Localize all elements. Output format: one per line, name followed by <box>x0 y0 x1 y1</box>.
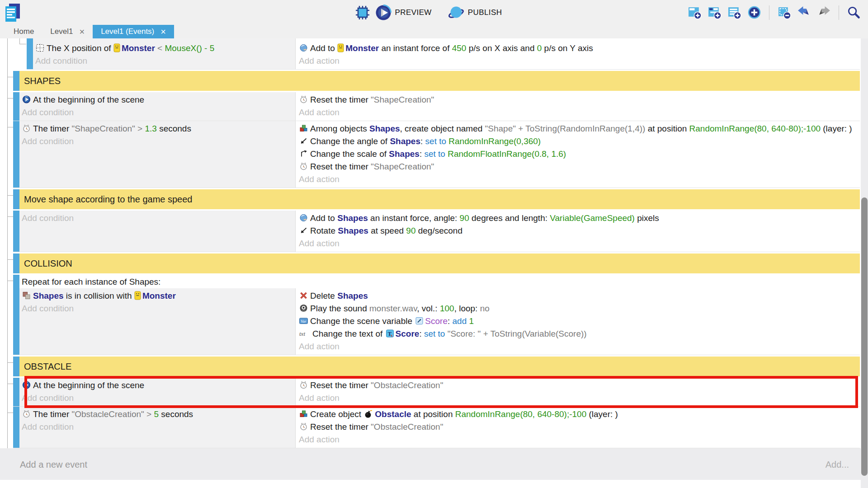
action-line[interactable]: Among objects Shapes, create object name… <box>299 122 856 135</box>
condition-line[interactable]: At the beginning of the scene <box>22 94 292 106</box>
tab-home[interactable]: Home <box>5 25 42 38</box>
group-header-row: COLLISION <box>13 253 860 273</box>
event-body: The X position of Monster < MouseX() - 5… <box>33 38 860 69</box>
close-icon[interactable]: × <box>79 27 85 36</box>
condition-line[interactable]: Shapes is in collision with Monster <box>22 290 292 302</box>
tab-label: Level1 <box>50 27 73 36</box>
add-event-button[interactable] <box>688 5 702 19</box>
event-columns: At the beginning of the sceneAdd conditi… <box>19 92 860 121</box>
preview-button[interactable]: PREVIEW <box>375 5 443 21</box>
sound-icon <box>299 304 308 313</box>
add-action-link[interactable]: Add action <box>299 173 856 186</box>
debug-icon[interactable] <box>354 5 371 21</box>
toolbar-divider <box>769 5 769 20</box>
group-header[interactable]: COLLISION <box>19 253 860 273</box>
event-color-bar <box>13 407 19 448</box>
add-condition-link[interactable]: Add condition <box>22 106 292 119</box>
action-line[interactable]: Change the angle of Shapes: set to Rando… <box>299 135 856 148</box>
actions-cell: Add to Monster an instant force of 450 p… <box>295 38 860 69</box>
vertical-scrollbar-track <box>861 38 868 488</box>
add-subevent-button[interactable] <box>708 5 722 19</box>
add-comment-icon <box>727 5 741 19</box>
add-condition-link[interactable]: Add condition <box>22 135 292 148</box>
add-circle-button[interactable] <box>747 5 761 19</box>
var-icon: Var <box>299 316 308 325</box>
action-line[interactable]: Delete Shapes <box>299 290 856 302</box>
actions-cell: Reset the timer "ShapeCreation"Add actio… <box>295 92 860 121</box>
tab-level1[interactable]: Level1× <box>42 25 93 38</box>
add-action-link[interactable]: Add action <box>299 106 856 119</box>
close-icon[interactable]: × <box>160 27 166 36</box>
redo-button[interactable] <box>817 5 831 19</box>
group-header[interactable]: Move shape according to the game speed <box>19 189 860 209</box>
action-line[interactable]: txtChange the text of TxScore: set to "S… <box>299 328 856 340</box>
group-header[interactable]: SHAPES <box>19 71 860 91</box>
add-condition-link[interactable]: Add condition <box>35 55 292 67</box>
event-body: Repeat for each instance of Shapes:Shape… <box>19 275 860 355</box>
tab-label: Home <box>14 27 34 36</box>
action-line[interactable]: Reset the timer "ShapeCreation" <box>299 160 856 173</box>
action-line[interactable]: Rotate Shapes at speed 90 deg/second <box>299 225 856 237</box>
add-action-link[interactable]: Add action <box>299 237 856 250</box>
publish-button[interactable]: PUBLISH <box>448 5 514 21</box>
action-line[interactable]: Add to Monster an instant force of 450 p… <box>299 42 856 55</box>
condition-line[interactable]: At the beginning of the scene <box>22 379 292 392</box>
add-action-link[interactable]: Add action <box>299 392 856 404</box>
text-segment: Reset the timer <box>310 422 371 432</box>
text-segment: RandomInRange(0,360) <box>448 136 541 146</box>
add-more-link[interactable]: Add... <box>826 460 849 470</box>
text-segment: an instant force, angle: <box>368 213 460 223</box>
toolbar-divider <box>839 5 839 20</box>
conditions-cell: At the beginning of the sceneAdd conditi… <box>19 378 295 406</box>
undo-button[interactable] <box>797 5 811 19</box>
add-condition-link[interactable]: Add condition <box>22 421 292 433</box>
action-line[interactable]: Reset the timer "ObstacleCreation" <box>299 421 856 433</box>
event-color-bar <box>13 378 19 406</box>
add-action-link[interactable]: Add action <box>299 340 856 353</box>
text-segment: at position <box>411 409 455 419</box>
text-segment: The timer <box>33 409 72 419</box>
condition-line[interactable]: The X position of Monster < MouseX() - 5 <box>35 42 292 55</box>
text-segment: 0 <box>537 43 542 53</box>
vertical-scrollbar-thumb[interactable] <box>861 197 868 476</box>
text-segment: "ObstacleCreation" <box>72 409 144 419</box>
action-line[interactable]: Play the sound monster.wav, vol.: 100, l… <box>299 302 856 315</box>
group-header-row: SHAPES <box>13 71 860 91</box>
action-line[interactable]: Change the scale of Shapes: set to Rando… <box>299 148 856 160</box>
action-line[interactable]: Reset the timer "ShapeCreation" <box>299 94 856 106</box>
add-action-link[interactable]: Add action <box>299 55 856 67</box>
text-segment: "ShapeCreation" <box>371 95 434 104</box>
actions-cell: Delete ShapesPlay the sound monster.wav,… <box>295 288 860 355</box>
actions-cell: Reset the timer "ObstacleCreation"Add ac… <box>295 378 860 406</box>
add-condition-link[interactable]: Add condition <box>22 302 292 315</box>
text-segment: < <box>157 43 162 53</box>
add-new-event-link[interactable]: Add a new event <box>20 460 87 470</box>
foreach-label[interactable]: Repeat for each instance of Shapes: <box>19 275 860 288</box>
event-row: Add conditionAdd to Shapes an instant fo… <box>13 211 860 252</box>
text-segment: Rotate <box>310 226 338 235</box>
action-line[interactable]: VarChange the scene variable Score: add … <box>299 315 856 328</box>
text-segment: Shapes <box>338 226 368 235</box>
text-segment: seconds <box>157 124 191 133</box>
remove-event-button[interactable] <box>777 5 791 19</box>
search-button[interactable] <box>847 5 861 19</box>
text-segment: : <box>448 316 453 326</box>
group-header[interactable]: OBSTACLE <box>19 357 860 376</box>
text-segment: Reset the timer <box>310 162 371 171</box>
action-line[interactable]: Add to Shapes an instant force, angle: 9… <box>299 212 856 225</box>
add-comment-button[interactable] <box>727 5 741 19</box>
action-line[interactable]: Reset the timer "ObstacleCreation" <box>299 379 856 392</box>
text-segment: RandomFloatInRange(0.8, 1.6) <box>448 149 566 159</box>
text-segment: (layer: ) <box>821 124 852 133</box>
action-line[interactable]: Create object Obstacle at position Rando… <box>299 408 856 421</box>
condition-line[interactable]: The timer "ObstacleCreation" > 5 seconds <box>22 408 292 421</box>
add-condition-link[interactable]: Add condition <box>22 392 292 404</box>
event-color-bar <box>13 71 19 91</box>
add-condition-link[interactable]: Add condition <box>22 212 292 225</box>
add-action-link[interactable]: Add action <box>299 433 856 446</box>
actions-cell: Among objects Shapes, create object name… <box>295 121 860 188</box>
event-body: The timer "ShapeCreation" > 1.3 secondsA… <box>19 121 860 188</box>
tab-level1-events-[interactable]: Level1 (Events)× <box>93 25 174 38</box>
monster-icon <box>134 291 141 300</box>
condition-line[interactable]: The timer "ShapeCreation" > 1.3 seconds <box>22 122 292 135</box>
